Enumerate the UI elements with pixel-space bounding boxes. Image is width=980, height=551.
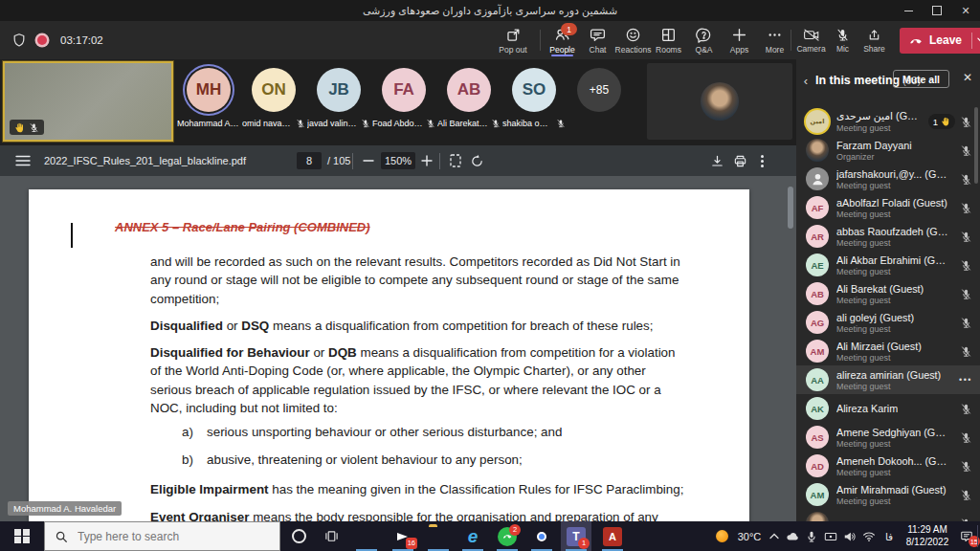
meeting-control-bar: 03:17:02 Pop out People 1 Chat Reactions: [0, 21, 980, 59]
qa-button[interactable]: Q&A: [686, 21, 722, 59]
search-input[interactable]: [76, 529, 271, 544]
taskbar-app-whatsapp[interactable]: 2: [492, 521, 523, 551]
chat-button[interactable]: Chat: [580, 21, 615, 59]
zoom-out-button[interactable]: [363, 155, 374, 166]
participant-name: Ali Barekat (...: [437, 119, 488, 128]
pop-out-button[interactable]: Pop out: [490, 21, 536, 59]
close-window-button[interactable]: ✕: [951, 0, 980, 21]
participant-name: Ameneh Dokooh... (Guest): [836, 455, 949, 467]
taskbar-app-chrome[interactable]: [526, 521, 557, 551]
participant-row[interactable]: AE Ali Akbar Ebrahimi (Guest) Meeting gu…: [796, 251, 980, 279]
apps-button[interactable]: Apps: [722, 21, 757, 59]
reactions-button[interactable]: Reactions: [615, 21, 651, 59]
participant-tile[interactable]: JB javad valine...: [306, 59, 371, 143]
task-view-button[interactable]: [316, 521, 346, 551]
participant-row[interactable]: AF aAbolfazl Foladi (Guest) Meeting gues…: [796, 193, 980, 222]
maximize-button[interactable]: [923, 0, 951, 21]
tray-mic-icon[interactable]: [802, 521, 821, 551]
avatar: SO: [512, 68, 556, 112]
taskbar-app-teams[interactable]: T 1: [561, 521, 591, 551]
participant-role: Meeting guest: [836, 209, 947, 219]
participant-row[interactable]: AA alireza amirian (Guest) Meeting guest…: [796, 365, 980, 394]
participant-tile[interactable]: ON omid navae...: [241, 59, 306, 143]
participant-role: Organizer: [836, 152, 912, 162]
volume-icon[interactable]: [840, 521, 859, 551]
rooms-button[interactable]: Rooms: [651, 21, 686, 59]
participant-role: Meeting guest: [836, 353, 922, 363]
participant-tile[interactable]: SO shakiba om...: [501, 59, 567, 143]
people-button[interactable]: People 1: [545, 21, 580, 59]
participant-row[interactable]: Farzam Dayyani Organizer: [796, 136, 980, 165]
mic-off-icon: [960, 144, 972, 157]
language-indicator[interactable]: فا: [879, 521, 900, 551]
participant-tile[interactable]: MH Mohammad A. ...: [176, 59, 241, 143]
back-chevron-icon[interactable]: ‹: [796, 74, 815, 88]
taskbar-app-firefox[interactable]: [351, 521, 382, 551]
zoom-level[interactable]: 150%: [381, 152, 415, 169]
participant-row[interactable]: AD Ameneh Dokooh... (Guest) Meeting gues…: [796, 452, 980, 480]
taskbar-app-file-explorer[interactable]: [423, 521, 454, 551]
participant-row[interactable]: jafarshakouri,@y... (Guest) Meeting gues…: [796, 165, 980, 193]
participant-row[interactable]: AG ali goleyj (Guest) Meeting guest: [796, 308, 980, 337]
participant-tile[interactable]: FA Foad Abdoll...: [371, 59, 436, 143]
leave-options-button[interactable]: [972, 37, 980, 43]
telegram-badge: 16: [406, 538, 417, 549]
rotate-button[interactable]: [470, 154, 484, 168]
taskbar-clock[interactable]: 11:29 AM 8/12/2022: [900, 521, 955, 551]
zoom-in-button[interactable]: [421, 155, 433, 166]
cortana-button[interactable]: [283, 521, 314, 551]
pdf-scrollbar-thumb[interactable]: [788, 187, 793, 229]
camera-toggle-button[interactable]: Camera: [795, 21, 827, 59]
print-button[interactable]: [733, 154, 747, 168]
webcam-preview-tile[interactable]: [3, 61, 173, 142]
display-cast-icon[interactable]: [821, 521, 840, 551]
acrobat-icon: A: [603, 527, 622, 546]
mic-off-icon: [960, 231, 972, 243]
participant-name: Foad Abdoll...: [372, 119, 423, 128]
participant-row[interactable]: AS Amene Sedghiyan (Guest) Meeting guest: [796, 423, 980, 452]
mute-all-button[interactable]: Mute all: [893, 70, 949, 88]
participant-name: omid navae...: [242, 119, 293, 128]
windows-taskbar: 16 e 2 T 1 A 30°C فا 11:29 AM: [0, 521, 980, 551]
wifi-icon[interactable]: [859, 521, 879, 551]
participant-row[interactable]: امین امین سرحدی (Guest) Meeting guest 1: [796, 107, 980, 136]
temperature-readout[interactable]: 30°C: [733, 521, 766, 551]
close-panel-button[interactable]: ✕: [963, 71, 972, 84]
share-button[interactable]: Share: [858, 21, 890, 59]
pdf-filename: 2022_IFSC_Rules_201_legal_blackline.pdf: [44, 155, 246, 166]
taskbar-app-acrobat[interactable]: A: [597, 521, 628, 551]
download-button[interactable]: [710, 154, 724, 168]
participant-tile[interactable]: AB Ali Barekat (...: [436, 59, 501, 143]
page-number-input[interactable]: 8: [297, 152, 322, 169]
minimize-button[interactable]: [894, 0, 923, 21]
taskbar-app-telegram[interactable]: 16: [388, 521, 418, 551]
onedrive-icon[interactable]: [783, 521, 802, 551]
mic-off-icon: [491, 119, 501, 128]
taskbar-search[interactable]: [44, 521, 280, 551]
participant-row[interactable]: AK Alireza Karim: [796, 394, 980, 423]
overflow-participants-tile[interactable]: +85: [567, 59, 632, 143]
pdf-viewer[interactable]: ANNEX 5 – Race/Lane Pairing (COMBINED) a…: [0, 176, 796, 521]
task-view-icon: [324, 529, 339, 543]
show-desktop-divider[interactable]: [977, 525, 978, 547]
self-view-tile[interactable]: [647, 63, 792, 140]
more-options-button[interactable]: [759, 153, 765, 168]
panel-scrollbar-thumb[interactable]: [974, 107, 978, 184]
participant-role: Meeting guest: [836, 238, 949, 248]
start-button[interactable]: [0, 521, 44, 551]
participant-row[interactable]: AM Amir Mirahmadi (Guest) Meeting guest: [796, 480, 980, 509]
divider: [540, 30, 541, 51]
fit-page-button[interactable]: [449, 153, 462, 168]
participant-row[interactable]: AM Ali Mirzaei (Guest) Meeting guest: [796, 337, 980, 365]
more-options-icon[interactable]: •••: [959, 375, 972, 385]
leave-button[interactable]: Leave: [900, 33, 971, 48]
participant-row[interactable]: AB Ali Barekat (Guest) Meeting guest: [796, 279, 980, 308]
action-center-button[interactable]: 15: [955, 521, 978, 551]
participant-row[interactable]: AR abbas Raoufzadeh (Guest) Meeting gues…: [796, 222, 980, 251]
menu-hamburger-icon[interactable]: [15, 155, 31, 166]
taskbar-app-internet-explorer[interactable]: e: [457, 521, 488, 551]
participant-row[interactable]: [796, 509, 980, 521]
weather-icon[interactable]: [712, 521, 731, 551]
mic-toggle-button[interactable]: Mic: [827, 21, 858, 59]
tray-expand-button[interactable]: [766, 521, 783, 551]
